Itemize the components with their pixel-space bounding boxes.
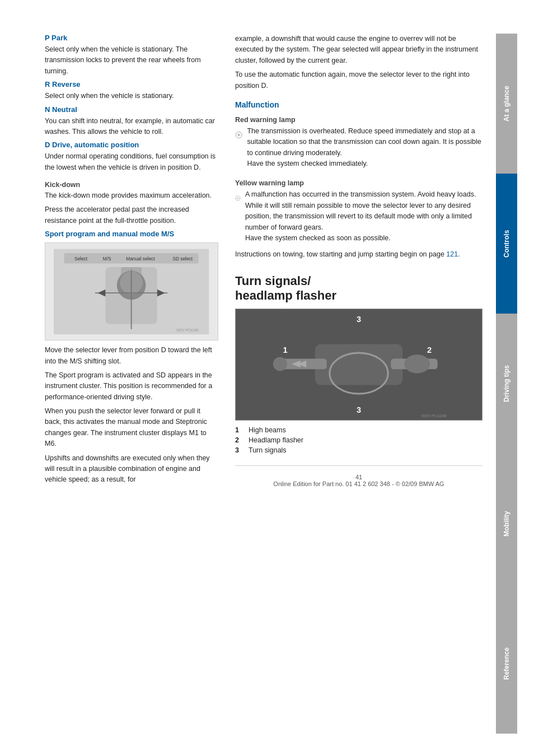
item-2-label: Headlamp flasher [249, 436, 303, 444]
intro-text: example, a downshift that would cause th… [235, 34, 483, 66]
left-column: P Park Select only when the vehicle is s… [45, 34, 218, 734]
sidebar-tabs: At a glance Controls Driving tips Mobili… [496, 34, 517, 734]
svg-text:Manual select: Manual select [127, 256, 156, 262]
sidebar-tab-reference[interactable]: Reference [496, 594, 517, 734]
yellow-warning-block: ! A malfunction has occurred in the tran… [235, 189, 483, 247]
red-warning-section: Red warning lamp ! ! The transmission is… [235, 116, 483, 173]
svg-text:1: 1 [283, 346, 288, 355]
item-3-num: 3 [235, 446, 243, 454]
body-n-neutral: You can shift into neutral, for example,… [45, 116, 218, 138]
yellow-warning-text: A malfunction has occurred in the transm… [245, 189, 483, 244]
svg-text:Select: Select [74, 256, 88, 262]
page-container: P Park Select only when the vehicle is s… [0, 0, 534, 756]
page-ref-link[interactable]: 121 [446, 250, 458, 258]
section-sport-program: Sport program and manual mode M/S Select… [45, 230, 218, 486]
list-item-3: 3 Turn signals [235, 446, 483, 454]
heading-r-reverse: R Reverse [45, 80, 218, 88]
sidebar-tab-controls[interactable]: Controls [496, 174, 517, 314]
section-d-drive: D Drive, automatic position Under normal… [45, 141, 218, 173]
tab-controls-label: Controls [503, 230, 510, 257]
svg-point-27 [273, 357, 287, 371]
turn-signals-heading: Turn signals/headlamp flasher [235, 274, 483, 304]
svg-text:3: 3 [357, 315, 361, 324]
red-warning-block: ! ! The transmission is overheated. Redu… [235, 126, 483, 173]
section-kick-down: Kick-down The kick-down mode provides ma… [45, 181, 218, 226]
towing-text: Instructions on towing, tow starting and… [235, 249, 483, 260]
gear-shifter-svg: Select M/S Manual select SD select [54, 248, 209, 335]
yellow-warning-icon: ! [235, 189, 241, 207]
turn-signal-svg: 1 2 3 3 WSY-PC4248 [236, 309, 482, 420]
gear-shifter-image: Select M/S Manual select SD select [45, 242, 218, 340]
sidebar-tab-mobility[interactable]: Mobility [496, 454, 517, 594]
right-sidebar: At a glance Controls Driving tips Mobili… [496, 34, 517, 734]
columns-wrapper: P Park Select only when the vehicle is s… [45, 34, 483, 734]
heading-sport-program: Sport program and manual mode M/S [45, 230, 218, 238]
svg-text:2: 2 [427, 346, 432, 355]
body-r-reverse: Select only when the vehicle is stationa… [45, 91, 218, 101]
red-warning-text: The transmission is overheated. Reduce s… [247, 126, 483, 170]
body-p-park: Select only when the vehicle is stationa… [45, 44, 218, 77]
turn-signal-image: 1 2 3 3 WSY-PC4248 [235, 309, 483, 421]
heading-d-drive: D Drive, automatic position [45, 141, 218, 149]
list-item-1: 1 High beams [235, 426, 483, 434]
turn-signals-section: Turn signals/headlamp flasher [235, 274, 483, 455]
copyright-text: Online Edition for Part no. 01 41 2 602 … [273, 480, 444, 487]
svg-text:!: ! [237, 197, 238, 200]
svg-text:3: 3 [357, 406, 361, 415]
malfunction-section: Malfunction Red warning lamp ! ! [235, 100, 483, 260]
section-p-park: P Park Select only when the vehicle is s… [45, 34, 218, 77]
yellow-warning-heading: Yellow warning lamp [235, 179, 483, 187]
body-d-drive: Under normal operating conditions, fuel … [45, 151, 218, 173]
item-1-num: 1 [235, 426, 243, 434]
tab-driving-tips-label: Driving tips [503, 365, 510, 402]
body-sport-3: When you push the selector lever forward… [45, 406, 218, 450]
tab-mobility-label: Mobility [503, 511, 510, 536]
turn-signal-list: 1 High beams 2 Headlamp flasher 3 Turn s… [235, 426, 483, 454]
yellow-warning-section: Yellow warning lamp ! A malfunction has … [235, 179, 483, 260]
svg-rect-25 [315, 344, 402, 385]
sidebar-tab-driving-tips[interactable]: Driving tips [496, 314, 517, 454]
page-footer: 41 Online Edition for Part no. 01 41 2 6… [235, 465, 483, 498]
tab-reference-label: Reference [503, 647, 510, 680]
heading-p-park: P Park [45, 34, 218, 42]
svg-text:M/S: M/S [103, 256, 111, 262]
svg-text:SD select: SD select [173, 256, 193, 262]
body-sport-1: Move the selector lever from position D … [45, 345, 218, 367]
auto-function-text: To use the automatic function again, mov… [235, 69, 483, 91]
page-number: 41 [355, 474, 362, 480]
body-kick-down-1: The kick-down mode provides maximum acce… [45, 190, 218, 201]
red-warning-icon: ! ! [235, 126, 242, 144]
tab-at-a-glance-label: At a glance [503, 86, 510, 122]
svg-point-29 [404, 355, 430, 374]
red-warning-heading: Red warning lamp [235, 116, 483, 124]
item-2-num: 2 [235, 436, 243, 444]
list-item-2: 2 Headlamp flasher [235, 436, 483, 444]
body-sport-4: Upshifts and downshifts are executed onl… [45, 453, 218, 486]
item-1-label: High beams [249, 426, 286, 434]
heading-n-neutral: N Neutral [45, 105, 218, 114]
svg-text:WSY-PC4248: WSY-PC4248 [421, 413, 447, 418]
body-kick-down-2: Press the accelerator pedal past the inc… [45, 204, 218, 226]
heading-kick-down: Kick-down [45, 181, 218, 189]
item-3-label: Turn signals [249, 446, 287, 454]
body-sport-2: The Sport program is activated and SD ap… [45, 370, 218, 403]
svg-text:WSY-PC4246: WSY-PC4246 [177, 328, 199, 332]
svg-text:!: ! [238, 133, 240, 137]
right-column: example, a downshift that would cause th… [235, 34, 483, 734]
section-n-neutral: N Neutral You can shift into neutral, fo… [45, 105, 218, 138]
malfunction-heading: Malfunction [235, 100, 483, 109]
section-r-reverse: R Reverse Select only when the vehicle i… [45, 80, 218, 101]
sidebar-tab-at-a-glance[interactable]: At a glance [496, 34, 517, 174]
main-content: P Park Select only when the vehicle is s… [0, 0, 534, 756]
